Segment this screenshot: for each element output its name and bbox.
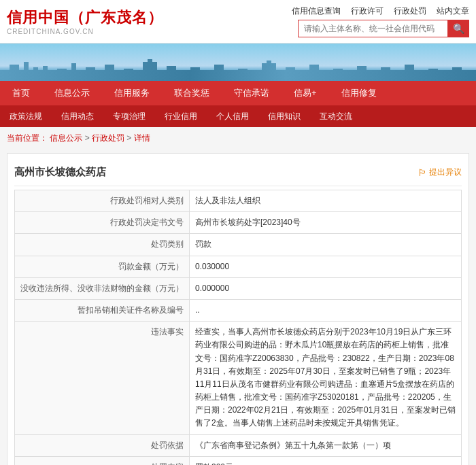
breadcrumb-link-1[interactable]: 行政处罚 (92, 133, 124, 143)
main-content: 高州市长坡德众药店 🏳 提出异议 行政处罚相对人类别 法人及非法人组织 行政处罚… (7, 153, 469, 465)
field-label-8: 处罚内容 (15, 456, 190, 465)
field-value-3: 0.030000 (190, 256, 462, 277)
header-right: 信用信息查询 行政许可 行政处罚 站内文章 🔍 (292, 5, 469, 37)
table-row: 处罚类别 罚款 (15, 234, 462, 256)
field-label-0: 行政处罚相对人类别 (15, 190, 190, 212)
report-button[interactable]: 🏳 提出异议 (418, 167, 462, 178)
link-admin-permit[interactable]: 行政许可 (351, 5, 384, 17)
link-site-article[interactable]: 站内文章 (437, 5, 469, 17)
link-admin-penalty[interactable]: 行政处罚 (394, 5, 426, 17)
banner (0, 44, 476, 81)
table-row: 行政处罚相对人类别 法人及非法人组织 (15, 190, 462, 212)
nav-dynamics[interactable]: 信用动态 (52, 105, 103, 127)
table-row: 处罚内容 罚款300元 (15, 456, 462, 465)
field-label-7: 处罚依据 (15, 434, 190, 456)
table-row: 违法事实 经查实，当事人高州市长坡德众药店分别于2023年10月19日从广东三环… (15, 322, 462, 435)
search-bar: 🔍 (298, 20, 469, 37)
report-icon: 🏳 (418, 167, 427, 178)
nav-home[interactable]: 首页 (0, 81, 42, 105)
field-label-5: 暂扣吊销相关证件名称及编号 (15, 299, 190, 321)
table-row: 没收违法所得、没收非法财物的金额（万元） 0.000000 (15, 277, 462, 299)
field-value-4: 0.000000 (190, 277, 462, 299)
header: 信用中国（广东茂名） CREDITCHINA.GOV.CN 信用信息查询 行政许… (0, 0, 476, 44)
logo-area: 信用中国（广东茂名） CREDITCHINA.GOV.CN (7, 7, 163, 35)
breadcrumb-prefix: 当前位置： (7, 133, 48, 143)
field-value-0: 法人及非法人组织 (190, 190, 462, 212)
link-credit-info[interactable]: 信用信息查询 (292, 5, 341, 17)
header-links: 信用信息查询 行政许可 行政处罚 站内文章 (292, 5, 469, 17)
field-value-1: 高州市长坡药处字[2023]40号 (190, 212, 462, 234)
entity-header: 高州市长坡德众药店 🏳 提出异议 (14, 160, 462, 186)
table-row: 罚款金额（万元） 0.030000 (15, 256, 462, 277)
nav-industry[interactable]: 行业信用 (155, 105, 207, 127)
field-label-4: 没收违法所得、没收非法财物的金额（万元） (15, 277, 190, 299)
nav-secondary: 政策法规 信用动态 专项治理 行业信用 个人信用 信用知识 互动交流 (0, 105, 476, 127)
field-label-2: 处罚类别 (15, 234, 190, 256)
nav-easy-credit[interactable]: 信易+ (282, 81, 329, 105)
nav-joint-reward[interactable]: 联合奖惩 (162, 81, 222, 105)
field-value-2: 罚款 (190, 234, 462, 256)
field-value-6: 经查实，当事人高州市长坡德众药店分别于2023年10月19日从广东三环药业有限公… (190, 322, 462, 435)
breadcrumb-link-0[interactable]: 信息公示 (50, 133, 82, 143)
nav-primary: 首页 信息公示 信用服务 联合奖惩 守信承诺 信易+ 信用修复 (0, 81, 476, 105)
field-label-3: 罚款金额（万元） (15, 256, 190, 277)
logo-sub: CREDITCHINA.GOV.CN (7, 28, 163, 35)
field-value-7: 《广东省商事登记条例》第五十九条第一款第（一）项 (190, 434, 462, 456)
table-row: 处罚依据 《广东省商事登记条例》第五十九条第一款第（一）项 (15, 434, 462, 456)
nav-special[interactable]: 专项治理 (103, 105, 155, 127)
field-label-1: 行政处罚决定书文号 (15, 212, 190, 234)
field-value-5: .. (190, 299, 462, 321)
nav-credit-service[interactable]: 信用服务 (102, 81, 162, 105)
nav-credit-repair[interactable]: 信用修复 (329, 81, 389, 105)
report-label: 提出异议 (429, 167, 462, 178)
breadcrumb: 当前位置： 信息公示 > 行政处罚 > 详情 (0, 127, 476, 150)
entity-name: 高州市长坡德众药店 (14, 166, 106, 179)
nav-personal[interactable]: 个人信用 (207, 105, 258, 127)
banner-skyline (0, 54, 476, 81)
search-input[interactable] (298, 20, 447, 37)
nav-pledge[interactable]: 守信承诺 (222, 81, 282, 105)
nav-info-publish[interactable]: 信息公示 (42, 81, 102, 105)
breadcrumb-current: 详情 (134, 133, 150, 143)
table-row: 暂扣吊销相关证件名称及编号 .. (15, 299, 462, 321)
nav-policy[interactable]: 政策法规 (0, 105, 52, 127)
search-button[interactable]: 🔍 (447, 20, 469, 37)
nav-interaction[interactable]: 互动交流 (310, 105, 362, 127)
field-value-8: 罚款300元 (190, 456, 462, 465)
logo-title: 信用中国（广东茂名） (7, 7, 163, 28)
detail-table: 行政处罚相对人类别 法人及非法人组织 行政处罚决定书文号 高州市长坡药处字[20… (14, 190, 462, 465)
nav-knowledge[interactable]: 信用知识 (258, 105, 310, 127)
field-label-6: 违法事实 (15, 322, 190, 435)
table-row: 行政处罚决定书文号 高州市长坡药处字[2023]40号 (15, 212, 462, 234)
